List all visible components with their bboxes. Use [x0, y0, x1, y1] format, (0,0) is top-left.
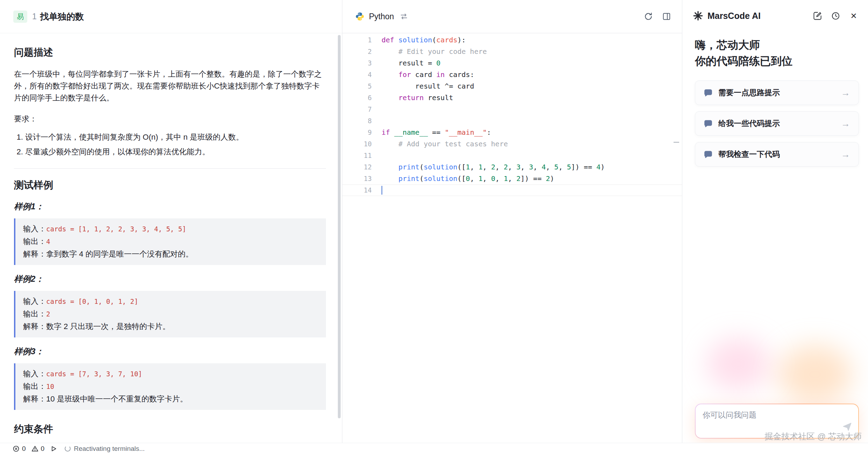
example-output-code: 4	[46, 238, 50, 245]
ai-suggestions: 需要一点思路提示 → 给我一些代码提示 → 帮我检查一下代码 →	[682, 69, 868, 167]
suggestion-card-hint[interactable]: 需要一点思路提示 →	[695, 81, 859, 105]
chat-bubble-icon	[704, 119, 713, 128]
code-text: result ^= card	[372, 81, 474, 92]
example-input-label: 输入：	[23, 369, 46, 378]
code-line[interactable]: 8	[342, 115, 682, 127]
example-input-row: 输入：cards = [7, 3, 3, 7, 10]	[23, 368, 318, 380]
code-line[interactable]: 12 print(solution([1, 1, 2, 2, 3, 3, 4, …	[342, 161, 682, 173]
code-line[interactable]: 6 return result	[342, 92, 682, 104]
history-icon	[831, 11, 840, 21]
send-icon	[842, 422, 852, 432]
code-text: for card in cards:	[372, 69, 474, 81]
marscode-logo-icon	[693, 11, 703, 21]
code-lines: 1def solution(cards):2 # Edit your code …	[342, 34, 682, 196]
warning-count: 0	[41, 445, 45, 453]
code-text: result = 0	[372, 57, 441, 69]
text-cursor	[382, 186, 382, 195]
example-input-label: 输入：	[23, 224, 46, 233]
code-text: def solution(cards):	[372, 34, 466, 46]
line-number: 14	[342, 184, 372, 196]
ai-greeting: 嗨，芯动大师 你的代码陪练已到位	[682, 32, 868, 69]
arrow-right-icon: →	[841, 118, 850, 129]
suggestion-card-review[interactable]: 帮我检查一下代码 →	[695, 142, 859, 167]
new-chat-icon	[813, 11, 822, 21]
watermark: 掘金技术社区 @ 芯动大师	[764, 431, 862, 442]
history-button[interactable]	[830, 11, 841, 21]
greeting-line-2: 你的代码陪练已到位	[695, 53, 855, 69]
line-number: 5	[342, 81, 372, 92]
example-input-code: cards = [7, 3, 3, 7, 10]	[46, 370, 142, 378]
split-editor-icon	[662, 12, 671, 21]
suggestion-card-code-hint[interactable]: 给我一些代码提示 →	[695, 111, 859, 136]
status-message-text: Reactivating terminals...	[74, 445, 145, 453]
problem-title: 找单独的数	[40, 11, 84, 22]
code-line[interactable]: 1def solution(cards):	[342, 34, 682, 46]
send-button[interactable]	[842, 422, 852, 432]
example-input-row: 输入：cards = [1, 1, 2, 2, 3, 3, 4, 5, 5]	[23, 223, 318, 235]
run-button[interactable]	[50, 445, 57, 452]
code-line[interactable]: 13 print(solution([0, 1, 0, 1, 2]) == 2)	[342, 173, 682, 184]
code-line[interactable]: 14	[342, 184, 682, 196]
line-number: 8	[342, 115, 372, 127]
split-editor-button[interactable]	[662, 12, 671, 21]
reset-code-button[interactable]	[643, 12, 653, 21]
warnings-indicator[interactable]: 0	[31, 445, 45, 453]
overview-ruler-mark	[674, 142, 679, 143]
line-number: 10	[342, 138, 372, 150]
ai-header-actions: ×	[812, 11, 859, 21]
chat-bubble-icon	[704, 150, 713, 159]
line-number: 3	[342, 57, 372, 69]
code-text	[372, 150, 382, 161]
line-number: 6	[342, 92, 372, 104]
problem-content: 问题描述 在一个班级中，每位同学都拿到了一张卡片，上面有一个整数。有趣的是，除了…	[0, 33, 342, 443]
suggestion-label: 需要一点思路提示	[718, 88, 780, 98]
code-line[interactable]: 7	[342, 104, 682, 115]
editor-tabbar: Python	[342, 0, 682, 33]
editor-actions	[643, 12, 671, 21]
errors-indicator[interactable]: 0	[13, 445, 26, 453]
code-line[interactable]: 3 result = 0	[342, 57, 682, 69]
example-input-label: 输入：	[23, 297, 46, 306]
ai-assistant-panel: MarsCode AI × 嗨，芯动大师	[682, 0, 868, 443]
section-title-constraints: 约束条件	[14, 422, 326, 436]
close-icon: ×	[851, 11, 857, 21]
close-panel-button[interactable]: ×	[848, 11, 859, 21]
code-line[interactable]: 4 for card in cards:	[342, 69, 682, 81]
warning-icon	[31, 445, 38, 452]
code-text: return result	[372, 92, 453, 104]
tab-label: Python	[369, 12, 394, 21]
example-explain-row: 解释：10 是班级中唯一一个不重复的数字卡片。	[23, 393, 318, 405]
code-line[interactable]: 11	[342, 150, 682, 161]
line-number: 9	[342, 127, 372, 138]
status-bar: 0 0 Reactivating terminals...	[0, 443, 868, 454]
example-label: 样例1：	[14, 201, 326, 212]
chat-input-placeholder: 你可以问我问题	[703, 411, 756, 419]
code-line[interactable]: 2 # Edit your code here	[342, 46, 682, 57]
example-input-code: cards = [1, 1, 2, 2, 3, 3, 4, 5, 5]	[46, 225, 186, 233]
tab-python[interactable]: Python	[355, 12, 408, 21]
code-line[interactable]: 5 result ^= card	[342, 81, 682, 92]
code-area[interactable]: 1def solution(cards):2 # Edit your code …	[342, 33, 682, 443]
code-line[interactable]: 9if __name__ == "__main__":	[342, 127, 682, 138]
editor-panel: Python 1def solution(cards)	[342, 0, 682, 443]
example-explain-label: 解释：	[23, 394, 46, 403]
arrow-right-icon: →	[841, 149, 850, 160]
example-output-label: 输出：	[23, 382, 46, 391]
example-output-row: 输出：2	[23, 308, 318, 320]
ai-panel-title: MarsCode AI	[707, 11, 761, 21]
scrollbar-thumb[interactable]	[338, 35, 341, 418]
suggestion-label: 给我一些代码提示	[718, 118, 780, 129]
line-number: 13	[342, 173, 372, 184]
requirement-item: 尽量减少额外空间的使用，以体现你的算法优化能力。	[25, 146, 326, 158]
chat-bubble-icon	[704, 88, 713, 97]
switch-language-icon[interactable]	[400, 12, 408, 21]
python-icon	[355, 12, 365, 21]
greeting-line-1: 嗨，芯动大师	[695, 37, 855, 53]
code-line[interactable]: 10 # Add your test cases here	[342, 138, 682, 150]
requirements-list: 设计一个算法，使其时间复杂度为 O(n)，其中 n 是班级的人数。 尽量减少额外…	[25, 131, 326, 158]
decorative-glow	[778, 345, 852, 404]
code-text	[372, 115, 382, 127]
app-window: 易 1 找单独的数 问题描述 在一个班级中，每位同学都拿到了一张卡片，上面有一个…	[0, 0, 868, 454]
problem-header: 易 1 找单独的数	[0, 0, 342, 33]
new-chat-button[interactable]	[812, 11, 823, 21]
